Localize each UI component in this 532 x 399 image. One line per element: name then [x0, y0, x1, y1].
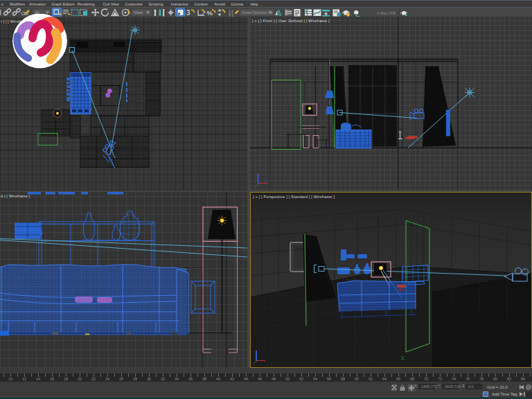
svg-text:V-Ray VFB: V-Ray VFB	[377, 10, 396, 15]
svg-text:3: 3	[186, 9, 190, 17]
svg-text:{: {	[231, 9, 233, 16]
svg-text:(: (	[229, 9, 231, 16]
svg-text:Create Selection Se: Create Selection Se	[242, 10, 273, 14]
svg-text:View: View	[134, 10, 143, 15]
